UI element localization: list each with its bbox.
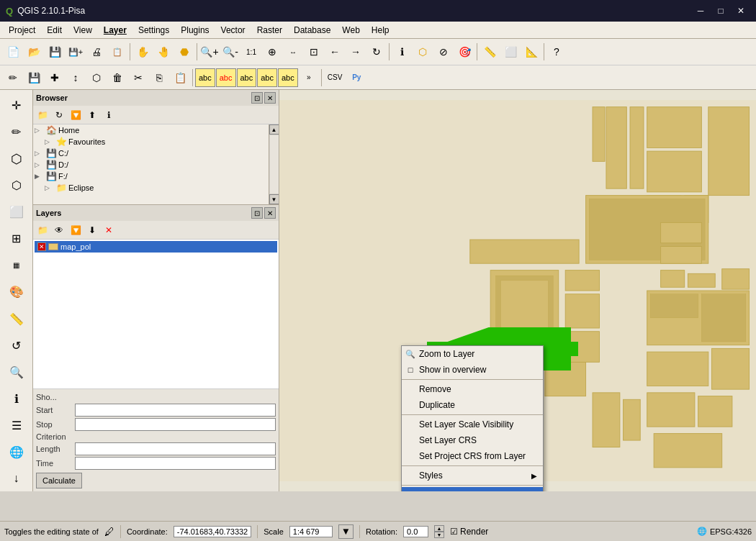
menu-view[interactable]: View	[68, 24, 98, 37]
zoom-out-button[interactable]: 🔍-	[220, 42, 240, 62]
move-feature-button[interactable]: ↕	[66, 68, 86, 88]
ctx-duplicate[interactable]: Duplicate	[402, 397, 543, 413]
measure-area-button[interactable]: ⬜	[500, 42, 521, 62]
zoom-prev-button[interactable]: ←	[325, 42, 345, 62]
stop-input[interactable]	[75, 418, 276, 431]
layers-pin-button[interactable]: ⊡	[251, 207, 263, 219]
label-abc2-button[interactable]: abc	[216, 68, 236, 87]
sidebar-list-btn[interactable]: ☰	[4, 413, 30, 438]
save-project-button[interactable]: 💾	[45, 42, 65, 62]
ctx-remove[interactable]: Remove	[402, 381, 543, 397]
measure-angle-button[interactable]: 📐	[521, 42, 541, 62]
sidebar-measure-btn[interactable]: 📏	[4, 306, 30, 332]
time-input[interactable]	[75, 457, 276, 470]
csv-button[interactable]: CSV	[324, 68, 346, 87]
zoom-layer-button[interactable]: ↔	[283, 42, 303, 62]
label-more-button[interactable]: »	[299, 68, 319, 88]
tree-c-drive[interactable]: ▷ 💾 C:/	[33, 147, 269, 159]
menu-database[interactable]: Database	[288, 24, 336, 37]
menu-raster[interactable]: Raster	[251, 24, 288, 37]
layers-close-button[interactable]: ✕	[264, 207, 276, 219]
ctx-scale-visibility[interactable]: Set Layer Scale Visibility	[402, 417, 543, 432]
sidebar-zoom-btn[interactable]: 🔍	[4, 360, 30, 385]
browser-collapse-button[interactable]: ⬆	[84, 107, 100, 123]
browser-filter-button[interactable]: 🔽	[68, 107, 84, 123]
menu-web[interactable]: Web	[336, 24, 365, 37]
measure-button[interactable]: 📏	[480, 42, 500, 62]
sidebar-shape-btn[interactable]: ⬜	[4, 199, 30, 224]
ctx-layer-crs[interactable]: Set Layer CRS	[402, 432, 543, 448]
label-abc5-button[interactable]: abc	[278, 68, 298, 87]
sidebar-globe-btn[interactable]: 🌐	[4, 440, 30, 465]
scroll-up-btn[interactable]: ▲	[269, 124, 279, 135]
ctx-styles[interactable]: Styles ▶	[402, 468, 543, 483]
browser-close-button[interactable]: ✕	[264, 92, 276, 104]
tree-eclipse[interactable]: ▷ 📁 Eclipse	[33, 182, 269, 194]
menu-plugins[interactable]: Plugins	[175, 24, 215, 37]
pan-to-selected-button[interactable]: 🎯	[454, 42, 474, 62]
sidebar-grid-btn[interactable]: ⊞	[4, 226, 30, 251]
sidebar-rotate-btn[interactable]: ↺	[4, 333, 30, 358]
ctx-open-attribute-table[interactable]: ▦ Open Attribute Table	[402, 487, 543, 491]
layers-eye-button[interactable]: 👁	[51, 222, 67, 238]
browser-info-button[interactable]: ℹ	[101, 107, 117, 123]
print-button[interactable]: 🖨	[86, 42, 107, 62]
maximize-button[interactable]: □	[711, 4, 730, 18]
sidebar-pencil-btn[interactable]: ✏	[4, 119, 30, 145]
menu-settings[interactable]: Settings	[132, 24, 175, 37]
touch-button[interactable]: ✋	[132, 42, 153, 62]
close-button[interactable]: ✕	[732, 4, 750, 18]
zoom-selection-button[interactable]: ⊡	[304, 42, 324, 62]
tree-home[interactable]: ▷ 🏠 Home	[33, 124, 269, 136]
layer-map-pol[interactable]: ✕ map_pol	[35, 241, 277, 253]
select-button[interactable]: ⬡	[413, 42, 433, 62]
menu-project[interactable]: Project	[3, 24, 41, 37]
calculate-button[interactable]: Calculate	[36, 473, 82, 488]
scroll-down-btn[interactable]: ▼	[269, 194, 279, 204]
map-area[interactable]: 🔍 Zoom to Layer □ Show in overview Remov…	[279, 90, 756, 491]
menu-help[interactable]: Help	[366, 24, 395, 37]
paste-features-button[interactable]: 📋	[170, 68, 190, 88]
browser-pin-button[interactable]: ⊡	[251, 92, 263, 104]
edit-mode-button[interactable]: ✏	[3, 68, 23, 88]
label-abc4-button[interactable]: abc	[257, 68, 277, 87]
length-input[interactable]	[75, 442, 276, 455]
browser-add-button[interactable]: 📁	[35, 107, 50, 123]
save-edits-button[interactable]: 💾	[24, 68, 44, 88]
browser-refresh-button[interactable]: ↻	[51, 107, 67, 123]
start-input[interactable]	[75, 404, 276, 417]
sidebar-color-btn[interactable]: ▦	[4, 253, 30, 278]
sidebar-select-btn[interactable]: ⬡	[4, 146, 30, 171]
node-tool-button[interactable]: ⬡	[86, 68, 107, 88]
rot-down-btn[interactable]: ▼	[434, 532, 444, 538]
layers-remove-button[interactable]: ✕	[101, 222, 117, 238]
pan-button[interactable]: 🤚	[153, 42, 174, 62]
menu-edit[interactable]: Edit	[41, 24, 68, 37]
label-abc-button[interactable]: abc	[195, 68, 215, 87]
zoom-in-button[interactable]: 🔍+	[199, 42, 220, 62]
layers-add-button[interactable]: 📁	[35, 222, 50, 238]
sidebar-paint-btn[interactable]: 🎨	[4, 279, 30, 304]
minimize-button[interactable]: ─	[691, 4, 710, 18]
cut-features-button[interactable]: ✂	[128, 68, 148, 88]
identify-feature-button[interactable]: ℹ	[392, 42, 412, 62]
deselect-button[interactable]: ⊘	[433, 42, 454, 62]
sidebar-node-btn[interactable]: ⬡	[4, 173, 30, 198]
save-as-button[interactable]: 💾+	[66, 42, 86, 62]
sidebar-pan-btn[interactable]: ✛	[4, 93, 30, 118]
zoom-full-button[interactable]: ⊕	[262, 42, 282, 62]
zoom-1-1-button[interactable]: 1:1	[241, 42, 261, 62]
sidebar-arrow-btn[interactable]: ↓	[4, 466, 30, 491]
browser-scrollbar[interactable]: ▲ ▼	[269, 124, 279, 204]
new-project-button[interactable]: 📄	[3, 42, 23, 62]
label-abc3-button[interactable]: abc	[237, 68, 257, 87]
add-feature-button[interactable]: ✚	[45, 68, 65, 88]
menu-vector[interactable]: Vector	[215, 24, 251, 37]
layer-checkbox[interactable]: ✕	[37, 242, 46, 251]
tips-button[interactable]: ?	[546, 42, 567, 62]
render-checkbox[interactable]: ☑ Render	[450, 527, 488, 537]
layers-expand-button[interactable]: ⬇	[84, 222, 100, 238]
refresh-button[interactable]: ↻	[366, 42, 387, 62]
ctx-show-in-overview[interactable]: □ Show in overview	[402, 362, 543, 378]
print-composer-button[interactable]: 📋	[107, 42, 127, 62]
